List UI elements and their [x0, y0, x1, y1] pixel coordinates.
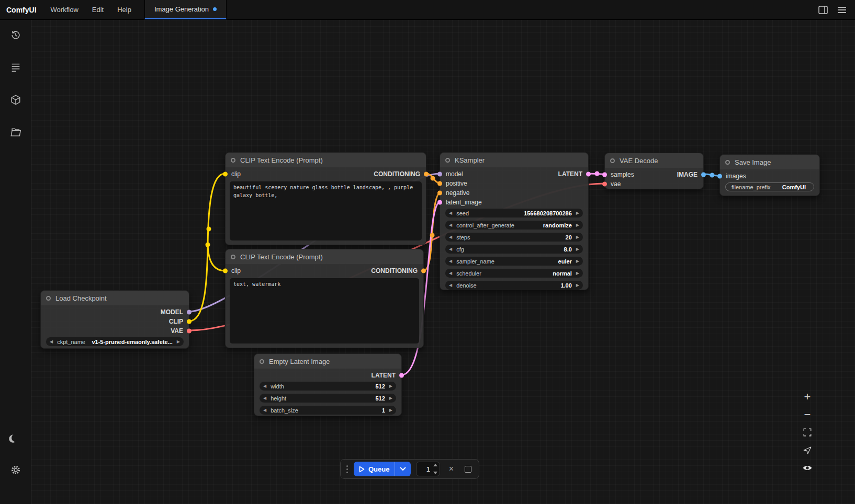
collapse-dot-icon[interactable] [260, 359, 264, 364]
increment-icon[interactable]: ▶ [576, 235, 579, 239]
port-positive-input[interactable] [437, 181, 442, 186]
widget-sampler-name[interactable]: ◀ sampler_name euler ▶ [445, 257, 583, 266]
port-clip-input[interactable] [223, 172, 228, 177]
decrement-icon[interactable]: ◀ [449, 259, 452, 264]
node-clip-text-encode-positive[interactable]: CLIP Text Encode (Prompt) clip CONDITION… [225, 152, 426, 245]
decrement-icon[interactable]: ◀ [263, 396, 266, 400]
port-images-input[interactable] [717, 174, 722, 179]
theme-toggle-icon[interactable] [9, 431, 22, 444]
node-canvas[interactable]: Load Checkpoint MODEL CLIP VAE ◀ ckpt_na… [31, 20, 855, 504]
decrement-icon[interactable]: ◀ [449, 235, 452, 239]
widget-filename-prefix[interactable]: filename_prefix ComfyUI [725, 182, 814, 191]
decrement-icon[interactable]: ◀ [263, 408, 266, 413]
zoom-in-button[interactable]: + [797, 388, 818, 406]
increment-icon[interactable]: ▶ [389, 408, 392, 413]
decrement-icon[interactable]: ◀ [449, 283, 452, 288]
node-header[interactable]: VAE Decode [605, 153, 703, 168]
widget-scheduler[interactable]: ◀ scheduler normal ▶ [445, 269, 583, 278]
port-vae-output[interactable] [187, 329, 192, 334]
node-header[interactable]: KSampler [440, 153, 588, 167]
widget-batch-size[interactable]: ◀ batch_size 1 ▶ [260, 406, 396, 415]
reroute-dot[interactable] [710, 173, 715, 178]
menu-help[interactable]: Help [110, 0, 138, 19]
increment-icon[interactable]: ▶ [576, 211, 579, 215]
collapse-dot-icon[interactable] [725, 160, 730, 165]
widget-seed[interactable]: ◀ seed 156680208700286 ▶ [445, 209, 583, 217]
workflows-folder-icon[interactable] [9, 125, 22, 139]
port-vae-input[interactable] [602, 182, 607, 187]
queue-button[interactable]: Queue [354, 462, 411, 476]
prompt-textarea[interactable]: text, watermark [230, 278, 419, 343]
increment-icon[interactable]: ▶ [389, 396, 392, 400]
collapse-dot-icon[interactable] [231, 158, 235, 163]
node-header[interactable]: Empty Latent Image [254, 354, 401, 369]
port-latent-output[interactable] [399, 373, 404, 378]
port-image-output[interactable] [701, 173, 706, 177]
port-clip-output[interactable] [187, 319, 192, 324]
prompt-textarea[interactable]: beautiful scenery nature glass bottle la… [230, 181, 422, 240]
node-clip-text-encode-negative[interactable]: CLIP Text Encode (Prompt) clip CONDITION… [225, 249, 424, 348]
drag-handle[interactable] [346, 465, 348, 473]
tab-image-generation[interactable]: Image Generation [144, 0, 227, 19]
history-icon[interactable] [9, 28, 22, 42]
widget-steps[interactable]: ◀ steps 20 ▶ [445, 233, 583, 242]
node-ksampler[interactable]: KSampler model LATENT positive negative … [440, 152, 589, 290]
queue-list-icon[interactable] [9, 61, 22, 74]
menu-workflow[interactable]: Workflow [44, 0, 85, 19]
decrement-icon[interactable]: ◀ [50, 340, 53, 344]
select-mode-button[interactable] [797, 441, 818, 459]
collapse-dot-icon[interactable] [46, 296, 51, 301]
increment-icon[interactable]: ▶ [576, 259, 579, 264]
decrement-icon[interactable]: ◀ [449, 247, 452, 251]
node-empty-latent-image[interactable]: Empty Latent Image LATENT ◀ width 512 ▶ … [254, 353, 402, 416]
widget-cfg[interactable]: ◀ cfg 8.0 ▶ [445, 245, 583, 254]
fit-view-button[interactable] [797, 423, 818, 441]
collapse-dot-icon[interactable] [610, 158, 615, 163]
node-save-image[interactable]: Save Image images filename_prefix ComfyU… [719, 154, 820, 196]
reroute-dot[interactable] [206, 243, 210, 247]
node-load-checkpoint[interactable]: Load Checkpoint MODEL CLIP VAE ◀ ckpt_na… [40, 290, 189, 349]
clear-queue-button[interactable]: × [445, 463, 457, 475]
node-vae-decode[interactable]: VAE Decode samples IMAGE vae [604, 153, 704, 189]
collapse-dot-icon[interactable] [231, 255, 235, 259]
widget-height[interactable]: ◀ height 512 ▶ [260, 394, 396, 403]
stop-button[interactable] [462, 463, 474, 475]
port-latent-image-input[interactable] [437, 200, 442, 205]
decrement-icon[interactable]: ◀ [263, 384, 266, 388]
increment-icon[interactable]: ▶ [389, 384, 392, 388]
batch-count-input[interactable]: 1 [416, 462, 440, 476]
reroute-dot[interactable] [595, 171, 600, 176]
node-header[interactable]: CLIP Text Encode (Prompt) [226, 249, 423, 264]
port-negative-input[interactable] [437, 191, 442, 196]
decrement-icon[interactable]: ◀ [449, 211, 452, 215]
decrement-icon[interactable]: ◀ [449, 271, 452, 276]
increment-icon[interactable]: ▶ [576, 223, 579, 227]
increment-icon[interactable]: ▶ [576, 247, 579, 251]
hamburger-menu-icon[interactable] [836, 4, 848, 16]
port-model-input[interactable] [437, 172, 442, 177]
widget-denoise[interactable]: ◀ denoise 1.00 ▶ [445, 281, 583, 290]
decrement-batch-icon[interactable] [433, 472, 437, 474]
reroute-dot[interactable] [431, 176, 435, 181]
port-conditioning-output[interactable] [424, 172, 429, 177]
widget-ckpt-name[interactable]: ◀ ckpt_name v1-5-pruned-emaonly.safete..… [46, 337, 184, 346]
port-model-output[interactable] [187, 310, 192, 315]
increment-icon[interactable]: ▶ [177, 340, 180, 344]
node-header[interactable]: CLIP Text Encode (Prompt) [226, 153, 426, 167]
increment-batch-icon[interactable] [433, 464, 437, 466]
toggle-link-visibility-button[interactable] [797, 459, 818, 477]
settings-gear-icon[interactable] [9, 463, 22, 477]
port-latent-output[interactable] [586, 172, 591, 177]
port-conditioning-output[interactable] [421, 269, 426, 273]
widget-control-after-generate[interactable]: ◀ control_after_generate randomize ▶ [445, 221, 583, 230]
panel-toggle-icon[interactable] [817, 4, 829, 16]
menu-edit[interactable]: Edit [85, 0, 110, 19]
node-header[interactable]: Save Image [720, 155, 819, 169]
port-samples-input[interactable] [602, 173, 607, 177]
increment-icon[interactable]: ▶ [576, 271, 579, 276]
decrement-icon[interactable]: ◀ [449, 223, 452, 227]
reroute-dot[interactable] [207, 227, 211, 232]
node-header[interactable]: Load Checkpoint [41, 291, 189, 305]
increment-icon[interactable]: ▶ [576, 283, 579, 288]
collapse-dot-icon[interactable] [445, 158, 450, 163]
